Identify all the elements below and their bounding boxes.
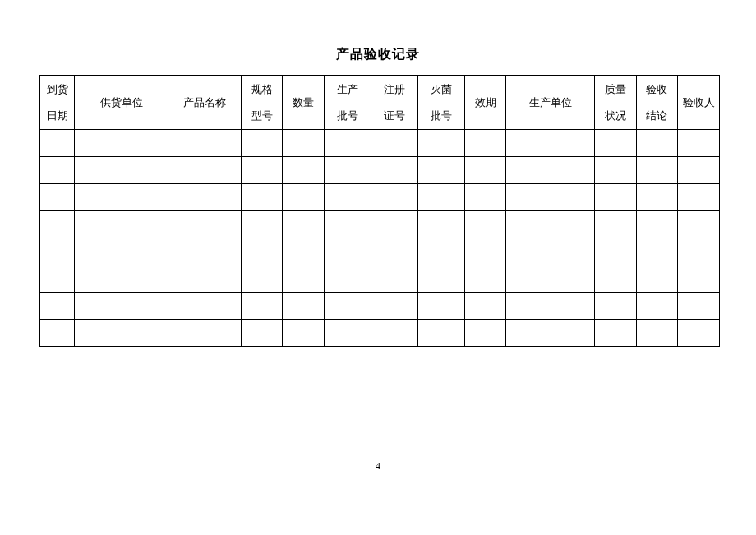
table-cell xyxy=(595,265,637,293)
document-title: 产品验收记录 xyxy=(0,46,756,63)
table-cell xyxy=(417,157,464,184)
table-cell xyxy=(636,293,678,320)
table-cell xyxy=(40,265,75,293)
table-cell xyxy=(464,265,506,293)
table-row xyxy=(40,130,720,157)
table-cell xyxy=(464,184,506,211)
table-cell xyxy=(678,211,720,238)
table-row xyxy=(40,293,720,320)
table-cell xyxy=(595,157,637,184)
table-row xyxy=(40,238,720,265)
table-cell xyxy=(75,293,168,320)
table-cell xyxy=(417,265,464,293)
table-cell xyxy=(595,320,637,347)
document-page: 产品验收记录 到货日期供货单位产品名称规格型号数量生产批号注册证号灭菌批号效期生… xyxy=(0,0,756,535)
table-cell xyxy=(40,211,75,238)
table-cell xyxy=(324,157,371,184)
table-cell xyxy=(168,130,242,157)
table-cell xyxy=(678,293,720,320)
table-cell xyxy=(75,238,168,265)
table-cell xyxy=(417,293,464,320)
page-number: 4 xyxy=(0,460,756,473)
column-header: 效期 xyxy=(464,76,506,130)
table-cell xyxy=(75,130,168,157)
table-row xyxy=(40,320,720,347)
column-header: 规格型号 xyxy=(241,76,283,130)
table-cell xyxy=(283,293,325,320)
header-line1: 灭菌 xyxy=(431,83,452,95)
table-cell xyxy=(40,157,75,184)
table-cell xyxy=(371,130,417,157)
table-cell xyxy=(595,293,637,320)
table-cell xyxy=(283,157,325,184)
table-cell xyxy=(595,238,637,265)
table-cell xyxy=(417,211,464,238)
table-cell xyxy=(506,211,595,238)
column-header: 注册证号 xyxy=(371,76,417,130)
table-cell xyxy=(168,265,242,293)
table-cell xyxy=(283,130,325,157)
table-cell xyxy=(324,320,371,347)
table-cell xyxy=(168,293,242,320)
table-cell xyxy=(241,293,283,320)
table-cell xyxy=(464,211,506,238)
header-line1: 质量 xyxy=(605,83,626,95)
table-cell xyxy=(40,293,75,320)
column-header: 到货日期 xyxy=(40,76,75,130)
table-cell xyxy=(241,184,283,211)
table-cell xyxy=(241,320,283,347)
table-cell xyxy=(595,130,637,157)
header-line2: 状况 xyxy=(605,109,626,122)
table-cell xyxy=(417,130,464,157)
column-header: 灭菌批号 xyxy=(417,76,464,130)
table-cell xyxy=(75,211,168,238)
header-line2: 型号 xyxy=(251,109,273,122)
table-cell xyxy=(40,130,75,157)
table-cell xyxy=(464,238,506,265)
table-cell xyxy=(636,320,678,347)
table-cell xyxy=(636,265,678,293)
table-row xyxy=(40,157,720,184)
table-cell xyxy=(636,238,678,265)
table-cell xyxy=(241,265,283,293)
table-cell xyxy=(636,211,678,238)
table-row xyxy=(40,211,720,238)
table-cell xyxy=(506,130,595,157)
column-header: 验收结论 xyxy=(636,76,678,130)
table-row xyxy=(40,184,720,211)
header-line1: 生产单位 xyxy=(529,96,572,108)
table-cell xyxy=(283,320,325,347)
table-cell xyxy=(241,157,283,184)
table-cell xyxy=(168,157,242,184)
table-cell xyxy=(678,157,720,184)
table-cell xyxy=(464,130,506,157)
header-line1: 注册 xyxy=(384,83,405,95)
table-cell xyxy=(75,184,168,211)
header-line1: 规格 xyxy=(251,83,273,95)
table-cell xyxy=(75,320,168,347)
header-line2: 批号 xyxy=(337,109,358,122)
table-cell xyxy=(506,293,595,320)
table-cell xyxy=(678,238,720,265)
table-cell xyxy=(678,130,720,157)
table-cell xyxy=(283,238,325,265)
header-line2: 结论 xyxy=(646,109,667,122)
header-line1: 供货单位 xyxy=(100,96,143,108)
table-cell xyxy=(636,157,678,184)
table-cell xyxy=(595,184,637,211)
header-line1: 生产 xyxy=(337,83,358,95)
table-cell xyxy=(678,320,720,347)
header-line1: 数量 xyxy=(293,96,314,108)
table-cell xyxy=(40,184,75,211)
table-cell xyxy=(371,293,417,320)
table-cell xyxy=(283,211,325,238)
table-cell xyxy=(678,184,720,211)
table-cell xyxy=(75,157,168,184)
column-header: 产品名称 xyxy=(168,76,242,130)
header-line2: 证号 xyxy=(384,109,405,122)
table-cell xyxy=(283,184,325,211)
table-cell xyxy=(464,293,506,320)
table-cell xyxy=(168,211,242,238)
table-cell xyxy=(464,157,506,184)
table-cell xyxy=(283,265,325,293)
